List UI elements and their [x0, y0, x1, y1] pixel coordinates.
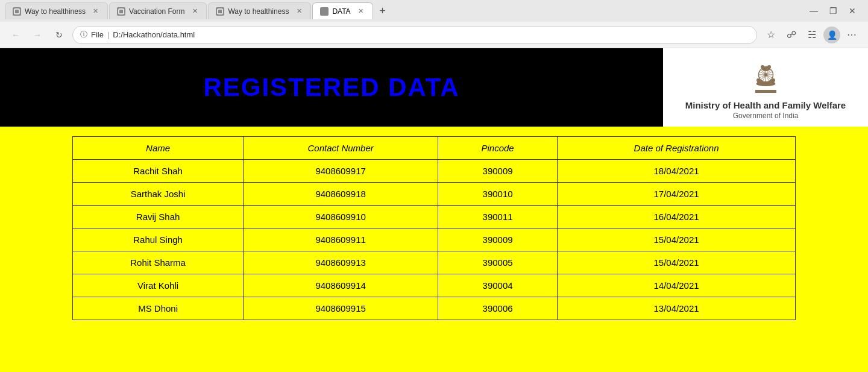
table-row: Ravij Shah940860991039001116/04/2021 [73, 206, 796, 229]
ministry-logo: Ministry of Health and Family Welfare Go… [663, 48, 868, 127]
table-row: Rachit Shah940860991739000918/04/2021 [73, 160, 796, 183]
col-header-contact: Contact Number [244, 137, 438, 160]
forward-button[interactable]: → [29, 27, 46, 43]
restore-button[interactable]: ❐ [825, 2, 841, 19]
cell-r6-c2: 390006 [438, 297, 558, 320]
ministry-sub: Government of India [733, 112, 799, 120]
cell-r3-c2: 390009 [438, 229, 558, 251]
svg-rect-2 [218, 9, 222, 14]
svg-point-19 [772, 78, 775, 82]
cell-r0-c0: Rachit Shah [73, 160, 244, 183]
new-tab-button[interactable]: + [374, 2, 391, 19]
address-bar: ← → ↻ ⓘ File | D:/Hackathon/data.html ☆ … [0, 22, 868, 48]
cell-r4-c2: 390005 [438, 251, 558, 274]
cell-r0-c2: 390009 [438, 160, 558, 183]
cell-r3-c1: 9408609911 [244, 229, 438, 251]
cell-r5-c1: 9408609914 [244, 274, 438, 297]
ministry-name: Ministry of Health and Family Welfare [685, 99, 846, 112]
col-header-pincode: Pincode [438, 137, 558, 160]
tab-title-3: Way to healthiness [228, 7, 289, 16]
cell-r0-c3: 18/04/2021 [558, 160, 796, 183]
svg-rect-0 [14, 9, 19, 14]
svg-rect-4 [755, 90, 776, 93]
col-header-date: Date of Registrationn [558, 137, 796, 160]
collections-icon[interactable]: ☍ [782, 26, 800, 44]
cell-r5-c2: 390004 [438, 274, 558, 297]
cell-r3-c3: 15/04/2021 [558, 229, 796, 251]
cell-r2-c0: Ravij Shah [73, 206, 244, 229]
table-header-row: Name Contact Number Pincode Date of Regi… [73, 137, 796, 160]
info-icon: ⓘ [80, 30, 87, 40]
page-header: REGISTERED DATA [0, 48, 868, 127]
cell-r5-c0: Virat Kohli [73, 274, 244, 297]
close-button[interactable]: ✕ [844, 2, 861, 19]
svg-point-21 [761, 65, 764, 69]
tab-title-2: Vaccination Form [129, 7, 184, 16]
page-content: REGISTERED DATA [0, 48, 868, 372]
tab-vaccination-form[interactable]: Vaccination Form ✕ [109, 2, 207, 19]
cell-r2-c2: 390011 [438, 206, 558, 229]
cell-r1-c3: 17/04/2021 [558, 183, 796, 206]
tab-close-3[interactable]: ✕ [295, 7, 303, 16]
svg-rect-1 [119, 9, 124, 14]
tab-icon-1 [13, 7, 21, 16]
cell-r4-c3: 15/04/2021 [558, 251, 796, 274]
window-controls: — ❐ ✕ [805, 2, 863, 19]
tab-icon-2 [117, 7, 125, 16]
tab-way-to-healthiness-1[interactable]: Way to healthiness ✕ [5, 2, 108, 19]
cell-r1-c0: Sarthak Joshi [73, 183, 244, 206]
address-url: D:/Hackathon/data.html [113, 30, 195, 39]
address-input[interactable]: ⓘ File | D:/Hackathon/data.html [72, 26, 757, 44]
header-title-box: REGISTERED DATA [0, 48, 663, 127]
browser-window: Way to healthiness ✕ Vaccination Form ✕ … [0, 0, 868, 372]
tab-bar: Way to healthiness ✕ Vaccination Form ✕ … [0, 0, 868, 22]
tab-icon-3 [216, 7, 224, 16]
table-row: Rahul Singh940860991139000915/04/2021 [73, 229, 796, 251]
cell-r4-c1: 9408609913 [244, 251, 438, 274]
reading-list-icon[interactable]: ☵ [803, 26, 821, 44]
svg-rect-3 [322, 9, 327, 14]
svg-point-22 [767, 65, 771, 69]
tab-icon-4 [320, 7, 329, 16]
cell-r5-c3: 14/04/2021 [558, 274, 796, 297]
address-prefix: File [91, 30, 104, 39]
toolbar-actions: ☆ ☍ ☵ 👤 ⋯ [762, 26, 861, 44]
tab-close-1[interactable]: ✕ [92, 7, 100, 16]
tab-close-4[interactable]: ✕ [357, 7, 365, 16]
cell-r2-c3: 16/04/2021 [558, 206, 796, 229]
cell-r0-c1: 9408609917 [244, 160, 438, 183]
emblem-icon [747, 55, 784, 97]
refresh-button[interactable]: ↻ [51, 27, 68, 43]
tab-data[interactable]: DATA ✕ [312, 2, 373, 19]
page-title: REGISTERED DATA [203, 73, 459, 102]
tab-title-1: Way to healthiness [25, 7, 86, 16]
cell-r4-c0: Rohit Sharma [73, 251, 244, 274]
table-row: Virat Kohli940860991439000414/04/2021 [73, 274, 796, 297]
svg-point-18 [756, 78, 760, 82]
cell-r3-c0: Rahul Singh [73, 229, 244, 251]
table-row: Sarthak Joshi940860991839001017/04/2021 [73, 183, 796, 206]
minimize-button[interactable]: — [805, 2, 822, 19]
data-table-container: Name Contact Number Pincode Date of Regi… [72, 136, 796, 320]
cell-r6-c0: MS Dhoni [73, 297, 244, 320]
address-divider: | [107, 30, 109, 39]
profile-button[interactable]: 👤 [823, 27, 840, 43]
favorites-icon[interactable]: ☆ [762, 26, 780, 44]
tab-close-2[interactable]: ✕ [190, 7, 199, 16]
cell-r2-c1: 9408609910 [244, 206, 438, 229]
cell-r6-c1: 9408609915 [244, 297, 438, 320]
table-row: Rohit Sharma940860991339000515/04/2021 [73, 251, 796, 274]
tab-way-to-healthiness-2[interactable]: Way to healthiness ✕ [208, 2, 311, 19]
tab-title-4: DATA [332, 7, 350, 16]
more-button[interactable]: ⋯ [843, 26, 861, 44]
cell-r1-c2: 390010 [438, 183, 558, 206]
registered-data-table: Name Contact Number Pincode Date of Regi… [72, 136, 796, 320]
cell-r1-c1: 9408609918 [244, 183, 438, 206]
cell-r6-c3: 13/04/2021 [558, 297, 796, 320]
col-header-name: Name [73, 137, 244, 160]
table-row: MS Dhoni940860991539000613/04/2021 [73, 297, 796, 320]
back-button[interactable]: ← [7, 27, 24, 43]
